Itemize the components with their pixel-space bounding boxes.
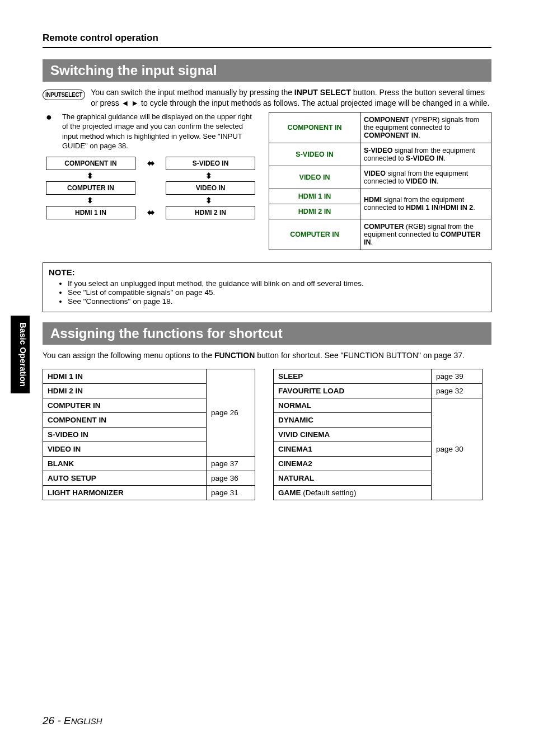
note-item: If you select an unplugged input method,… [68, 279, 485, 288]
t: button for shortcut. See "FUNCTION BUTTO… [255, 351, 465, 360]
heading-assigning: Assigning the functions for shortcut [43, 322, 491, 345]
b: VIDEO [364, 170, 386, 177]
b: HDMI [364, 196, 382, 204]
func-name: VIVID CINEMA [274, 428, 432, 442]
flow-diagram: COMPONENT IN ⬌ S-VIDEO IN ⬍ ⬍ COMPUTER I… [46, 157, 259, 219]
b: HDMI 1 IN [406, 204, 438, 212]
b: HDMI IN 2 [441, 204, 473, 212]
func-page: page 36 [207, 471, 255, 486]
flow-box: COMPONENT IN [46, 157, 135, 170]
arrow-left-right-icon: ⬌ [135, 158, 166, 168]
arrow-up-down-icon: ⬍ [165, 195, 253, 206]
t: You can assign the following menu option… [43, 351, 214, 360]
arrow-up-down-icon: ⬍ [165, 170, 253, 181]
signal-table: COMPONENT IN COMPONENT (YPBPR) signals f… [269, 112, 491, 250]
side-tab: Basic Operation [11, 316, 30, 393]
func-name: S-VIDEO IN [43, 428, 207, 442]
signal-desc: COMPUTER (RGB) signal from the equipment… [360, 219, 491, 250]
func-name: HDMI 1 IN [43, 369, 207, 384]
b: COMPUTER [364, 223, 404, 231]
b: COMPONENT IN [364, 132, 418, 139]
arrow-left-right-icon: ⬌ [135, 207, 166, 218]
intro-pre: You can switch the input method manually… [91, 88, 294, 97]
func-page: page 37 [207, 457, 255, 471]
b: GAME [278, 489, 301, 497]
func-name: FAVOURITE LOAD [274, 384, 432, 398]
func-page: page 32 [432, 384, 483, 398]
arrow-up-down-icon: ⬍ [46, 170, 134, 181]
function-table-1: HDMI 1 INpage 26 HDMI 2 IN COMPUTER IN C… [43, 369, 255, 500]
note-title: NOTE: [49, 267, 485, 277]
func-page: page 39 [432, 369, 483, 384]
inputselect-icon: INPUTSELECT [43, 90, 85, 100]
section-title: Remote control operation [43, 32, 491, 44]
t: (Default setting) [301, 489, 357, 497]
bullet-text: The graphical guidance will be displayed… [62, 112, 259, 151]
assign-description: You can assign the following menu option… [43, 350, 491, 361]
flow-box: HDMI 2 IN [166, 206, 255, 219]
func-name: LIGHT HARMONIZER [43, 486, 207, 500]
signal-key: S-VIDEO IN [269, 143, 360, 166]
signal-desc: S-VIDEO signal from the equipment connec… [360, 143, 491, 166]
note-item: See "List of compatible signals" on page… [68, 288, 485, 297]
note-box: NOTE: If you select an unplugged input m… [43, 262, 491, 312]
flow-box: VIDEO IN [166, 181, 255, 195]
func-name: BLANK [43, 457, 207, 471]
b: FUNCTION [214, 351, 255, 360]
b: S-VIDEO IN [406, 154, 443, 162]
func-name: DYNAMIC [274, 413, 432, 428]
footer-sep: - [54, 715, 64, 726]
func-name: HDMI 2 IN [43, 384, 207, 398]
signal-key: HDMI 2 IN [269, 204, 360, 219]
b: S-VIDEO [364, 147, 392, 154]
func-name: SLEEP [274, 369, 432, 384]
bullet-icon: ● [46, 112, 52, 151]
func-name: CINEMA2 [274, 457, 432, 471]
page-number: 26 [43, 715, 54, 726]
func-page: page 30 [432, 398, 483, 500]
func-page: page 31 [207, 486, 255, 500]
signal-key: HDMI 1 IN [269, 189, 360, 204]
func-name: COMPUTER IN [43, 398, 207, 413]
flow-box: COMPUTER IN [46, 181, 135, 195]
func-name: NATURAL [274, 471, 432, 486]
footer-lang-first: E [64, 715, 71, 726]
page-footer: 26 - ENGLISH [43, 715, 102, 727]
signal-desc: VIDEO signal from the equipment connecte… [360, 166, 491, 189]
func-name: AUTO SETUP [43, 471, 207, 486]
footer-lang-rest: NGLISH [71, 716, 102, 726]
func-name: COMPONENT IN [43, 413, 207, 428]
horizontal-rule [43, 47, 491, 48]
flow-box: S-VIDEO IN [166, 157, 255, 170]
signal-key: COMPUTER IN [269, 219, 360, 250]
b: VIDEO IN [406, 177, 437, 185]
signal-desc: HDMI signal from the equipment connected… [360, 189, 491, 219]
signal-key: VIDEO IN [269, 166, 360, 189]
function-table-2: SLEEPpage 39 FAVOURITE LOADpage 32 NORMA… [273, 369, 483, 500]
func-name: NORMAL [274, 398, 432, 413]
flow-box: HDMI 1 IN [46, 206, 135, 219]
arrow-up-down-icon: ⬍ [46, 195, 134, 206]
note-item: See "Connections" on page 18. [68, 297, 485, 306]
signal-key: COMPONENT IN [269, 112, 360, 143]
func-name: CINEMA1 [274, 442, 432, 457]
heading-switching: Switching the input signal [43, 59, 491, 82]
signal-desc: COMPONENT (YPBPR) signals from the equip… [360, 112, 491, 143]
b: COMPONENT [364, 116, 409, 124]
intro-bold: INPUT SELECT [294, 88, 351, 97]
func-name: GAME (Default setting) [274, 486, 432, 500]
func-name: VIDEO IN [43, 442, 207, 457]
intro-text: You can switch the input method manually… [91, 87, 491, 109]
func-page: page 26 [207, 369, 255, 457]
